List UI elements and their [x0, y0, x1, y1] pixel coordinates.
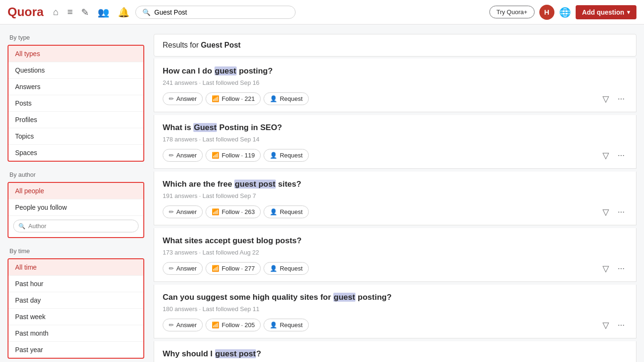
author-search-icon: 🔍	[18, 223, 25, 230]
request-icon-1: 👤	[270, 95, 277, 102]
highlight: guest post	[234, 180, 276, 189]
author-search[interactable]: 🔍	[13, 220, 139, 232]
home-icon[interactable]: ⌂	[53, 7, 59, 17]
request-button-1[interactable]: 👤 Request	[264, 92, 308, 105]
follow-button-5[interactable]: 📶 Follow · 205	[206, 319, 261, 331]
request-button-4[interactable]: 👤 Request	[264, 262, 308, 275]
follow-icon-2: 📶	[212, 152, 219, 159]
filter-profiles[interactable]: Profiles	[8, 112, 143, 128]
request-icon-3: 👤	[270, 208, 277, 215]
filter-past-month[interactable]: Past month	[8, 325, 143, 342]
more-button-1[interactable]: ···	[615, 92, 627, 106]
answer-button-4[interactable]: ✏ Answer	[163, 262, 203, 275]
question-title-1[interactable]: How can I do guest posting?	[163, 66, 627, 77]
answer-icon-2: ✏	[169, 152, 174, 159]
downvote-button-5[interactable]: ▽	[600, 318, 612, 332]
more-button-3[interactable]: ···	[615, 205, 627, 219]
chevron-down-icon: ▾	[627, 9, 630, 16]
filter-questions[interactable]: Questions	[8, 62, 143, 79]
follow-icon-3: 📶	[212, 208, 219, 215]
add-question-button[interactable]: Add question ▾	[576, 5, 636, 19]
search-input[interactable]	[154, 8, 289, 16]
question-actions-4: ✏ Answer 📶 Follow · 277 👤 Request ▽ ···	[163, 262, 627, 276]
author-filter-box: All people People you follow 🔍	[8, 182, 144, 238]
search-icon: 🔍	[142, 8, 150, 16]
try-quora-button[interactable]: Try Quora+	[489, 6, 535, 18]
logo[interactable]: Quora	[8, 5, 44, 19]
answer-button-3[interactable]: ✏ Answer	[163, 206, 203, 218]
filter-past-day[interactable]: Past day	[8, 292, 143, 309]
results-header: Results for Guest Post	[154, 34, 636, 57]
downvote-button-3[interactable]: ▽	[600, 205, 612, 219]
request-button-3[interactable]: 👤 Request	[264, 206, 308, 218]
request-icon-5: 👤	[270, 321, 277, 329]
result-card-1: How can I do guest posting? 241 answers …	[154, 58, 636, 112]
filter-all-time[interactable]: All time	[8, 259, 143, 276]
time-filter-box: All time Past hour Past day Past week Pa…	[8, 258, 144, 359]
search-bar[interactable]: 🔍	[135, 6, 296, 19]
result-card-5: Can you suggest some high quality sites …	[154, 285, 636, 338]
answer-button-1[interactable]: ✏ Answer	[163, 92, 203, 105]
follow-icon-1: 📶	[212, 95, 219, 102]
question-title-3[interactable]: Which are the free guest post sites?	[163, 179, 627, 190]
question-actions-2: ✏ Answer 📶 Follow · 119 👤 Request ▽ ···	[163, 148, 627, 163]
author-input[interactable]	[28, 222, 133, 230]
downvote-button-4[interactable]: ▽	[600, 262, 612, 276]
filter-all-people[interactable]: All people	[8, 183, 143, 199]
feed-icon[interactable]: ≡	[67, 7, 73, 17]
follow-button-1[interactable]: 📶 Follow · 221	[206, 92, 261, 105]
filter-past-hour[interactable]: Past hour	[8, 276, 143, 292]
filter-answers[interactable]: Answers	[8, 79, 143, 95]
question-meta-2: 178 answers · Last followed Sep 14	[163, 136, 627, 143]
follow-button-2[interactable]: 📶 Follow · 119	[206, 149, 261, 162]
result-card-6: Why should I guest post? 129 answers · L…	[154, 341, 636, 362]
filter-by-type: By type All types Questions Answers Post…	[8, 34, 144, 162]
filter-spaces[interactable]: Spaces	[8, 145, 143, 161]
result-card-3: Which are the free guest post sites? 191…	[154, 172, 636, 225]
more-button-4[interactable]: ···	[615, 262, 627, 275]
request-icon-4: 👤	[270, 265, 277, 272]
filter-people-you-follow[interactable]: People you follow	[8, 199, 143, 216]
request-icon-2: 👤	[270, 152, 277, 159]
result-card-2: What is Guest Posting in SEO? 178 answer…	[154, 115, 636, 169]
globe-icon[interactable]: 🌐	[559, 7, 571, 18]
follow-icon-5: 📶	[212, 321, 219, 329]
filter-past-year[interactable]: Past year	[8, 342, 143, 358]
answer-icon-1: ✏	[169, 95, 174, 102]
answer-button-5[interactable]: ✏ Answer	[163, 319, 203, 331]
question-title-2[interactable]: What is Guest Posting in SEO?	[163, 123, 627, 133]
request-button-5[interactable]: 👤 Request	[264, 319, 308, 331]
question-title-4[interactable]: What sites accept guest blog posts?	[163, 236, 627, 247]
by-type-label: By type	[8, 34, 144, 41]
question-title-5[interactable]: Can you suggest some high quality sites …	[163, 292, 627, 303]
edit-icon[interactable]: ✎	[81, 7, 89, 18]
downvote-button-1[interactable]: ▽	[600, 92, 612, 106]
filter-posts[interactable]: Posts	[8, 95, 143, 112]
avatar[interactable]: H	[539, 5, 554, 20]
downvote-button-2[interactable]: ▽	[600, 148, 612, 163]
more-button-5[interactable]: ···	[615, 318, 627, 332]
sidebar: By type All types Questions Answers Post…	[8, 34, 144, 362]
spaces-icon[interactable]: 👥	[98, 7, 109, 18]
question-title-6[interactable]: Why should I guest post?	[163, 349, 627, 360]
bell-icon[interactable]: 🔔	[118, 7, 130, 18]
page-layout: By type All types Questions Answers Post…	[0, 25, 644, 362]
follow-icon-4: 📶	[212, 265, 219, 272]
question-meta-3: 191 answers · Last followed Sep 7	[163, 192, 627, 199]
follow-button-3[interactable]: 📶 Follow · 263	[206, 206, 261, 218]
filter-all-types[interactable]: All types	[8, 46, 143, 62]
result-card-4: What sites accept guest blog posts? 173 …	[154, 228, 636, 282]
filter-past-week[interactable]: Past week	[8, 309, 143, 325]
results-query: Guest Post	[201, 41, 240, 49]
answer-button-2[interactable]: ✏ Answer	[163, 149, 203, 162]
by-time-label: By time	[8, 247, 144, 255]
follow-button-4[interactable]: 📶 Follow · 277	[206, 262, 261, 275]
request-button-2[interactable]: 👤 Request	[264, 149, 308, 162]
filter-by-author: By author All people People you follow 🔍	[8, 171, 144, 238]
question-actions-3: ✏ Answer 📶 Follow · 263 👤 Request ▽ ···	[163, 205, 627, 219]
header: Quora ⌂ ≡ ✎ 👥 🔔 🔍 Try Quora+ H 🌐 Add que…	[0, 0, 644, 25]
header-right: Try Quora+ H 🌐 Add question ▾	[489, 5, 636, 20]
results-prefix: Results for	[163, 41, 201, 49]
more-button-2[interactable]: ···	[615, 148, 627, 162]
filter-topics[interactable]: Topics	[8, 128, 143, 145]
